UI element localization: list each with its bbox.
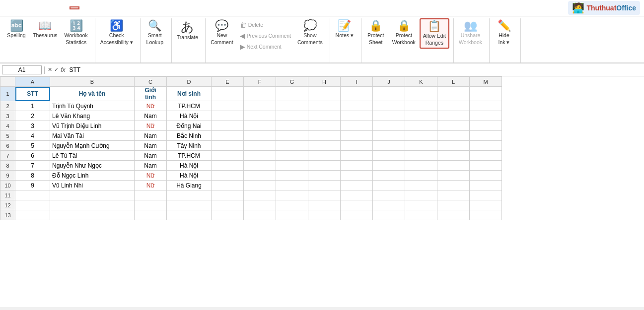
cell[interactable]: [244, 181, 276, 190]
new-comment-button[interactable]: 💬 NewComment: [208, 18, 236, 48]
cell[interactable]: 9: [15, 181, 50, 190]
col-header-d[interactable]: D: [167, 77, 212, 87]
cell[interactable]: [212, 171, 244, 181]
cell[interactable]: [244, 190, 276, 200]
cell[interactable]: [50, 190, 135, 200]
cell[interactable]: [244, 200, 276, 210]
cell[interactable]: [308, 151, 341, 161]
row-header-9[interactable]: 9: [0, 171, 15, 181]
row-header-3[interactable]: 3: [0, 111, 15, 121]
cell[interactable]: [276, 141, 308, 151]
cell[interactable]: [212, 190, 244, 200]
row-header-10[interactable]: 10: [0, 181, 15, 190]
cell[interactable]: [167, 210, 212, 220]
cell[interactable]: Đồng Nai: [167, 121, 212, 131]
cell[interactable]: [437, 151, 470, 161]
cell[interactable]: [244, 131, 276, 141]
cell[interactable]: Lê Tú Tài: [50, 151, 135, 161]
cell[interactable]: Bắc Ninh: [167, 131, 212, 141]
cell[interactable]: [308, 181, 341, 190]
cell[interactable]: [470, 111, 502, 121]
cell[interactable]: Mai Văn Tài: [50, 131, 135, 141]
cell[interactable]: 3: [15, 121, 50, 131]
smart-lookup-button[interactable]: 🔍 SmartLookup: [143, 18, 167, 48]
cell[interactable]: [308, 210, 341, 220]
cell[interactable]: [276, 87, 308, 101]
cell[interactable]: [373, 101, 405, 111]
cell[interactable]: 2: [15, 111, 50, 121]
menu-item-home[interactable]: [10, 6, 20, 9]
cell[interactable]: [212, 210, 244, 220]
protect-workbook-button[interactable]: 🔒 ProtectWorkbook: [389, 18, 419, 48]
cell[interactable]: Vũ Linh Nhi: [50, 181, 135, 190]
row-header-7[interactable]: 7: [0, 151, 15, 161]
cell[interactable]: [437, 200, 470, 210]
cell[interactable]: [405, 87, 437, 101]
cell[interactable]: [244, 171, 276, 181]
cell[interactable]: [244, 121, 276, 131]
cell[interactable]: 6: [15, 151, 50, 161]
cell[interactable]: [15, 210, 50, 220]
cell[interactable]: [244, 101, 276, 111]
cell[interactable]: [405, 121, 437, 131]
cell[interactable]: 4: [15, 131, 50, 141]
cell[interactable]: [470, 101, 502, 111]
cell[interactable]: [308, 121, 341, 131]
protect-sheet-button[interactable]: 🔒 ProtectSheet: [363, 18, 388, 48]
cell[interactable]: [308, 171, 341, 181]
cell[interactable]: [341, 161, 373, 171]
allow-edit-ranges-button[interactable]: 📋 Allow EditRanges: [420, 18, 449, 49]
cell[interactable]: Họ và tên: [50, 87, 135, 101]
cell[interactable]: [437, 141, 470, 151]
cell[interactable]: Nữ: [135, 181, 167, 190]
hide-ink-button[interactable]: ✏️ HideInk ▾: [492, 18, 516, 48]
check-accessibility-button[interactable]: ♿ CheckAccessibility ▾: [97, 18, 136, 48]
cell[interactable]: [212, 151, 244, 161]
cell[interactable]: Nguyễn Như Ngọc: [50, 161, 135, 171]
cell[interactable]: [405, 151, 437, 161]
cell[interactable]: Nam: [135, 111, 167, 121]
cell[interactable]: [135, 210, 167, 220]
row-header-11[interactable]: 11: [0, 190, 15, 200]
menu-item-review[interactable]: [70, 6, 79, 9]
cell[interactable]: [212, 141, 244, 151]
cell[interactable]: [470, 151, 502, 161]
cell[interactable]: [470, 171, 502, 181]
cell[interactable]: [308, 200, 341, 210]
cell[interactable]: [276, 121, 308, 131]
cell[interactable]: [405, 111, 437, 121]
cell[interactable]: [405, 101, 437, 111]
cell[interactable]: [308, 161, 341, 171]
cell[interactable]: [373, 171, 405, 181]
cell[interactable]: [212, 87, 244, 101]
menu-item-draw[interactable]: [30, 6, 40, 9]
cell[interactable]: [276, 131, 308, 141]
cell[interactable]: 5: [15, 141, 50, 151]
cell[interactable]: [308, 190, 341, 200]
col-header-i[interactable]: I: [341, 77, 373, 87]
cell[interactable]: [276, 111, 308, 121]
cell[interactable]: TP.HCM: [167, 101, 212, 111]
col-header-a[interactable]: A: [15, 77, 50, 87]
cell[interactable]: [373, 151, 405, 161]
col-header-j[interactable]: J: [373, 77, 405, 87]
cell[interactable]: [470, 121, 502, 131]
cell[interactable]: Nơi sinh: [167, 87, 212, 101]
cell[interactable]: [244, 141, 276, 151]
cell[interactable]: Hà Nội: [167, 111, 212, 121]
col-header-k[interactable]: K: [405, 77, 437, 87]
cell[interactable]: [341, 171, 373, 181]
cell[interactable]: [212, 161, 244, 171]
row-header-2[interactable]: 2: [0, 101, 15, 111]
confirm-icon[interactable]: ✓: [54, 66, 59, 73]
thesaurus-button[interactable]: 📖 Thesaurus: [30, 18, 61, 40]
cell[interactable]: Tây Ninh: [167, 141, 212, 151]
cell[interactable]: [405, 200, 437, 210]
cell[interactable]: Nam: [135, 141, 167, 151]
row-header-12[interactable]: 12: [0, 200, 15, 210]
row-header-8[interactable]: 8: [0, 161, 15, 171]
cell[interactable]: [135, 190, 167, 200]
cell[interactable]: [373, 181, 405, 190]
col-header-m[interactable]: M: [470, 77, 502, 87]
cell[interactable]: [437, 161, 470, 171]
